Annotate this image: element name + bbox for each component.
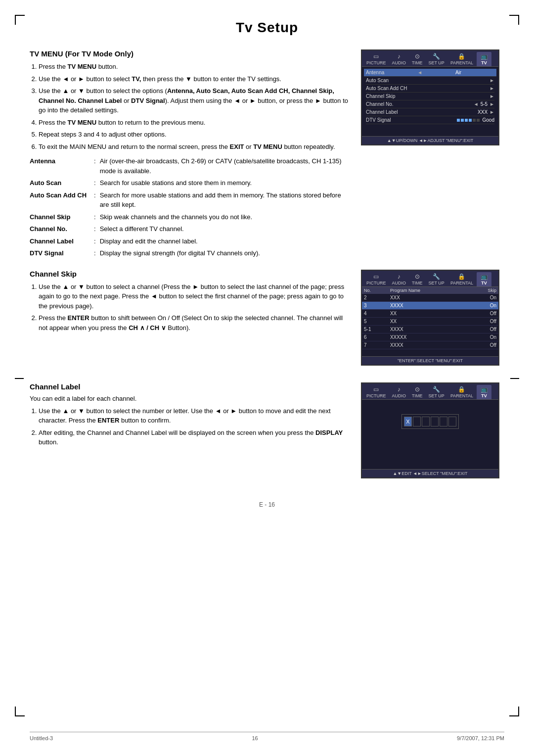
section3-title: Channel Label — [30, 382, 351, 391]
page-number: E - 16 — [30, 501, 504, 508]
char-box-3 — [422, 417, 430, 426]
footer-center: 16 — [252, 735, 258, 741]
def-term-channellabel: Channel Label — [30, 236, 94, 246]
table-header: No. Program Name Skip — [362, 287, 498, 294]
tab2-picture: ▭ PICTURE — [364, 272, 389, 286]
def-desc-autoscanadd: Search for more usable stations and add … — [100, 190, 351, 210]
step-4: Press the TV MENU button to return to th… — [39, 118, 351, 128]
def-dtvsignal: DTV Signal : Display the signal strength… — [30, 248, 351, 258]
tab3-picture: ▭ PICTURE — [364, 385, 389, 399]
table-row: 5 XX Off — [362, 317, 498, 325]
section2-left: Channel Skip Use the ▲ or ▼ button to se… — [30, 270, 351, 374]
def-autoscan: Auto Scan : Search for usable stations a… — [30, 178, 351, 188]
time-icon: ⊙ — [412, 53, 423, 60]
section1-title: TV MENU (For TV Mode Only) — [30, 49, 351, 58]
section1-layout: TV MENU (For TV Mode Only) Press the TV … — [30, 49, 504, 261]
def-term-autoscan: Auto Scan — [30, 178, 94, 188]
step-6: To exit the MAIN MENU and return to the … — [39, 142, 351, 152]
tab2-tv: 📺 TV — [477, 272, 491, 286]
tv-icon: 📺 — [479, 53, 489, 60]
tab3-audio: ♪ AUDIO — [390, 385, 409, 399]
definitions-list: Antenna : Air (over-the-air broadcasts, … — [30, 156, 351, 258]
parental-icon: 🔒 — [450, 53, 473, 60]
def-autoscanadd: Auto Scan Add CH : Search for more usabl… — [30, 190, 351, 210]
section2-right: ▭ PICTURE ♪ AUDIO ⊙ TIME 🔧 SET UP — [361, 270, 504, 374]
picture-icon: ▭ — [366, 53, 386, 60]
section2-title: Channel Skip — [30, 270, 351, 278]
table-row: 5-1 XXXX Off — [362, 325, 498, 333]
col-skip: Skip — [469, 287, 498, 294]
corner-mark-bl — [15, 707, 25, 716]
footer-right: 9/7/2007, 12:31 PM — [457, 735, 504, 741]
def-desc-dtvsignal: Display the signal strength (for digital… — [100, 248, 351, 258]
footer-left: Untitled-3 — [30, 735, 53, 741]
section2-steps: Use the ▲ or ▼ button to select a channe… — [39, 282, 351, 333]
def-term-channelskip: Channel Skip — [30, 212, 94, 222]
def-term-dtvsignal: DTV Signal — [30, 248, 94, 258]
section3-steps: Use the ▲ or ▼ button to select the numb… — [39, 406, 351, 447]
char-box-6 — [448, 417, 456, 426]
section1-right: ▭ PICTURE ♪ AUDIO ⊙ TIME 🔧 — [361, 49, 504, 261]
tv-screen3-footer: ▲▼EDIT ◄►SELECT "MENU":EXIT — [362, 469, 498, 477]
corner-mark-tl — [15, 15, 25, 25]
tv-screen2-tabs: ▭ PICTURE ♪ AUDIO ⊙ TIME 🔧 SET UP — [362, 271, 498, 287]
channel-label-display: X — [366, 402, 494, 441]
section1-left: TV MENU (For TV Mode Only) Press the TV … — [30, 49, 351, 261]
table-row: 4 XX Off — [362, 309, 498, 317]
section-tv-menu: TV MENU (For TV Mode Only) Press the TV … — [30, 49, 504, 261]
tab2-time: ⊙ TIME — [409, 272, 425, 286]
tab2-audio: ♪ AUDIO — [390, 272, 409, 286]
step-2: Use the ◄ or ► button to select TV, then… — [39, 74, 351, 84]
col-no: No. — [362, 287, 388, 294]
tv-row-channelno: Channel No. ◄ 5-5 ► — [366, 100, 494, 108]
step-5: Repeat steps 3 and 4 to adjust other opt… — [39, 130, 351, 140]
tab-picture: ▭ PICTURE — [364, 52, 389, 66]
section1-steps: Press the TV MENU button. Use the ◄ or ►… — [39, 62, 351, 151]
section2-step-2: Press the ENTER button to shift between … — [39, 313, 351, 332]
tv-row-channelskip: Channel Skip ► — [366, 93, 494, 100]
section3-intro: You can edit a label for each channel. — [30, 395, 351, 402]
def-desc-antenna: Air (over-the-air broadcasts, Ch 2-69) o… — [100, 156, 351, 176]
tab3-tv: 📺 TV — [477, 385, 491, 399]
side-mark-right — [510, 378, 519, 379]
page-title: Tv Setup — [30, 20, 504, 36]
bottom-bar: Untitled-3 16 9/7/2007, 12:31 PM — [30, 732, 504, 741]
tv-screen3-tabs: ▭ PICTURE ♪ AUDIO ⊙ TIME 🔧 SET UP — [362, 383, 498, 400]
section2-layout: Channel Skip Use the ▲ or ▼ button to se… — [30, 270, 504, 374]
side-mark-left — [15, 378, 24, 379]
tab-parental: 🔒 PARENTAL — [448, 52, 476, 66]
tab-time: ⊙ TIME — [409, 52, 425, 66]
def-desc-channelskip: Skip weak channels and the channels you … — [100, 212, 351, 222]
tab-setup: 🔧 SET UP — [426, 52, 447, 66]
tv-row-channellabel: Channel Label XXX ► — [366, 108, 494, 116]
tv-screen-3: ▭ PICTURE ♪ AUDIO ⊙ TIME 🔧 SET UP — [361, 382, 499, 478]
table-row: 2 XXX On — [362, 294, 498, 302]
col-program: Program Name — [388, 287, 469, 294]
table-row: 3 XXXX On — [362, 301, 498, 309]
tv-row-autoscan: Auto Scan ► — [366, 77, 494, 85]
char-box-4 — [431, 417, 439, 426]
def-channelno: Channel No. : Select a different TV chan… — [30, 224, 351, 234]
setup-icon: 🔧 — [429, 53, 445, 60]
char-box-1: X — [404, 417, 412, 426]
step-3: Use the ▲ or ▼ button to select the opti… — [39, 86, 351, 115]
tab3-time: ⊙ TIME — [409, 385, 425, 399]
tab2-parental: 🔒 PARENTAL — [448, 272, 476, 286]
def-desc-autoscan: Search for usable stations and store the… — [100, 178, 351, 188]
def-antenna: Antenna : Air (over-the-air broadcasts, … — [30, 156, 351, 176]
section3-left: Channel Label You can edit a label for e… — [30, 382, 351, 486]
def-channellabel: Channel Label : Display and edit the cha… — [30, 236, 351, 246]
def-term-antenna: Antenna — [30, 156, 94, 176]
tv-screen2-footer: "ENTER":SELECT "MENU":EXIT — [362, 356, 498, 365]
char-box-5 — [440, 417, 447, 426]
tab3-setup: 🔧 SET UP — [426, 385, 447, 399]
corner-mark-br — [509, 707, 519, 716]
page-wrapper: Tv Setup TV MENU (For TV Mode Only) Pres… — [0, 0, 534, 756]
def-desc-channelno: Select a different TV channel. — [100, 224, 351, 234]
tv-screen1-tabs: ▭ PICTURE ♪ AUDIO ⊙ TIME 🔧 — [362, 50, 498, 67]
tv-screen3-body: X — [362, 400, 498, 469]
tab2-setup: 🔧 SET UP — [426, 272, 447, 286]
tv-row-antenna: Antenna ◄ Air — [364, 69, 496, 77]
tv-screen1-body: Antenna ◄ Air Auto Scan ► Auto Scan Add … — [362, 67, 498, 136]
tv-row-autoscanadd: Auto Scan Add CH ► — [366, 85, 494, 93]
